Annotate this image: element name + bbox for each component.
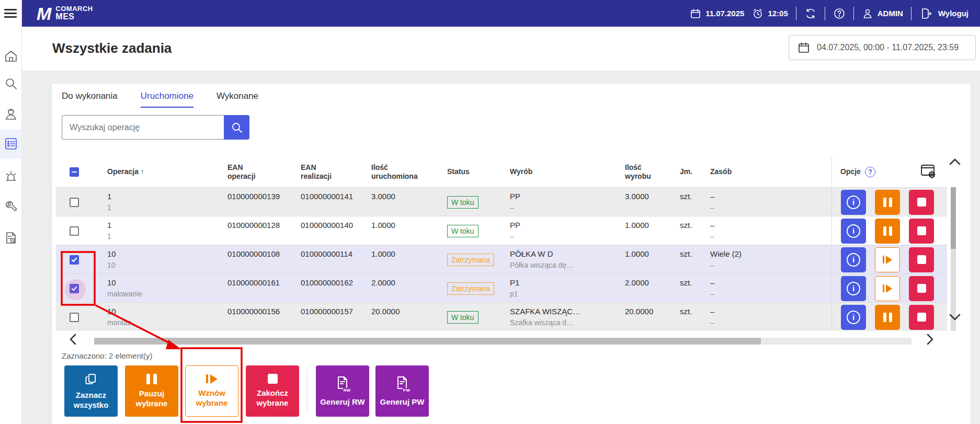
ean-operacji-cell: 010000000161 — [227, 278, 280, 287]
table-row[interactable]: 10montaż 010000000156 010000000157 20.00… — [56, 302, 947, 331]
generate-rw-button[interactable]: RW Generuj RW — [316, 365, 369, 417]
date-range-filter[interactable]: 04.07.2025, 00:00 - 11.07.2025, 23:59 — [789, 35, 976, 60]
info-button[interactable]: i — [841, 247, 866, 272]
column-header-operacja[interactable]: Operacja ↑ — [107, 157, 144, 187]
select-all-button[interactable]: Zaznacz wszystko — [64, 365, 118, 417]
scroll-right-button[interactable] — [924, 332, 936, 349]
horizontal-scrollbar[interactable] — [94, 338, 911, 345]
column-header-ilosc-wyrobu[interactable]: Ilość wyrobu — [625, 157, 656, 187]
sidebar-item-tools[interactable] — [4, 199, 18, 214]
stop-icon — [268, 374, 278, 384]
search-button[interactable] — [224, 115, 249, 140]
table-row[interactable]: 11 010000000128 010000000140 1.0000 W to… — [56, 216, 947, 245]
table-row[interactable]: 1010 010000000108 010000000114 1.0000 Za… — [56, 245, 947, 273]
zasob-cell: –– — [710, 303, 714, 327]
vertical-scrollbar-thumb[interactable] — [951, 187, 956, 249]
table-row[interactable]: 10malowanie 010000000161 010000000162 2.… — [56, 273, 947, 302]
row-checkbox[interactable] — [70, 226, 79, 236]
user-menu[interactable]: ADMIN — [862, 8, 903, 19]
resume-selected-button[interactable]: Wznów wybrane — [185, 365, 238, 417]
jm-cell: szt. — [680, 249, 692, 258]
info-button[interactable]: i — [841, 305, 866, 330]
column-header-ean-operacji[interactable]: EAN operacji — [227, 157, 269, 187]
scroll-left-button[interactable] — [67, 332, 79, 349]
sidebar-item-home[interactable] — [4, 49, 18, 63]
row-checkbox-checked[interactable] — [70, 255, 79, 265]
clock-icon — [752, 8, 764, 19]
stop-button[interactable] — [909, 190, 934, 215]
stop-button[interactable] — [909, 247, 934, 272]
column-header-zasob[interactable]: Zasób — [710, 157, 732, 187]
pause-button[interactable] — [875, 190, 900, 215]
hamburger-menu-icon[interactable] — [4, 7, 18, 20]
table-settings-gear-icon — [919, 163, 937, 180]
sidebar-item-andon[interactable] — [4, 169, 18, 184]
refresh-icon — [804, 7, 817, 20]
column-header-wyrob[interactable]: Wyrób — [510, 157, 532, 187]
stop-icon — [917, 255, 926, 264]
topbar: M COMARCH MES 11.07.2025 12:05 — [22, 0, 980, 27]
chevron-down-icon — [948, 312, 962, 322]
pause-button[interactable] — [875, 305, 900, 330]
tab-do-wykonania[interactable]: Do wykonania — [62, 91, 118, 108]
pause-selected-button[interactable]: Pauzuj wybrane — [125, 365, 178, 417]
row-checkbox-checked[interactable] — [70, 284, 79, 293]
sidebar-item-operators[interactable] — [4, 107, 18, 121]
generate-pw-label: Generuj PW — [380, 397, 424, 407]
pause-button[interactable] — [875, 219, 900, 244]
column-divider — [831, 216, 832, 245]
column-header-jm[interactable]: Jm. — [680, 157, 692, 187]
stop-button[interactable] — [909, 219, 934, 244]
ean-operacji-cell: 010000000128 — [227, 221, 280, 230]
column-header-ilosc-uruchomiona[interactable]: Ilość uruchomiona — [371, 157, 429, 187]
status-cell: W toku — [447, 216, 478, 245]
generate-pw-button[interactable]: PW Generuj PW — [375, 365, 429, 417]
logout-button[interactable]: Wyloguj — [919, 7, 968, 20]
siren-icon — [4, 169, 18, 184]
column-header-opcje: Opcje ? — [840, 157, 875, 187]
refresh-button[interactable] — [804, 7, 817, 20]
selection-count-label: Zaznaczono: 2 element(y) — [62, 351, 152, 360]
logout-label: Wyloguj — [938, 9, 968, 18]
horizontal-scrollbar-thumb[interactable] — [94, 338, 761, 345]
status-badge: Zatrzymana — [447, 282, 494, 295]
ilosc-uruchomiona-cell: 20.0000 — [371, 307, 400, 316]
info-button[interactable]: i — [841, 190, 866, 215]
indeterminate-checkbox-icon[interactable] — [70, 167, 79, 177]
scroll-up-button[interactable] — [948, 157, 962, 169]
column-header-status[interactable]: Status — [447, 157, 470, 187]
resume-button[interactable] — [875, 276, 900, 301]
row-checkbox[interactable] — [70, 198, 79, 207]
info-icon: i — [847, 224, 860, 238]
info-button[interactable]: i — [841, 219, 866, 244]
stop-button[interactable] — [909, 305, 934, 330]
vertical-scrollbar[interactable] — [951, 187, 956, 331]
tab-uruchomione[interactable]: Uruchomione — [141, 91, 193, 108]
wyrob-cell: PÓŁKA W DPółka wisząca dę… — [510, 245, 574, 270]
sidebar-item-search[interactable] — [4, 76, 18, 91]
search-icon — [4, 76, 18, 91]
row-checkbox-cell — [70, 303, 79, 331]
row-checkbox[interactable] — [70, 313, 79, 322]
table-settings-button[interactable] — [919, 163, 938, 181]
scroll-down-button[interactable] — [948, 312, 962, 324]
sidebar-item-reports[interactable] — [4, 231, 18, 245]
stop-button[interactable] — [909, 276, 934, 301]
resume-button[interactable] — [875, 247, 900, 272]
options-help-icon[interactable]: ? — [865, 167, 875, 177]
column-header-ean-realizacji[interactable]: EAN realizacji — [301, 157, 343, 187]
checkmark-icon — [71, 285, 77, 292]
info-button[interactable]: i — [841, 276, 866, 301]
help-icon — [833, 7, 846, 20]
select-all-label: Zaznacz wszystko — [64, 391, 118, 410]
help-button[interactable] — [833, 7, 846, 20]
search-input[interactable] — [62, 115, 224, 140]
finish-selected-button[interactable]: Zakończ wybrane — [246, 365, 299, 417]
table-row[interactable]: 11 010000000139 010000000141 3.0000 W to… — [56, 187, 947, 216]
ean-operacji-cell: 010000000108 — [227, 249, 280, 258]
tab-wykonane[interactable]: Wykonane — [216, 91, 258, 108]
status-badge: W toku — [447, 196, 478, 209]
select-all-checkbox[interactable] — [70, 157, 79, 187]
operacja-cell: 1010 — [107, 245, 116, 270]
sidebar-item-tasks[interactable] — [4, 136, 18, 151]
